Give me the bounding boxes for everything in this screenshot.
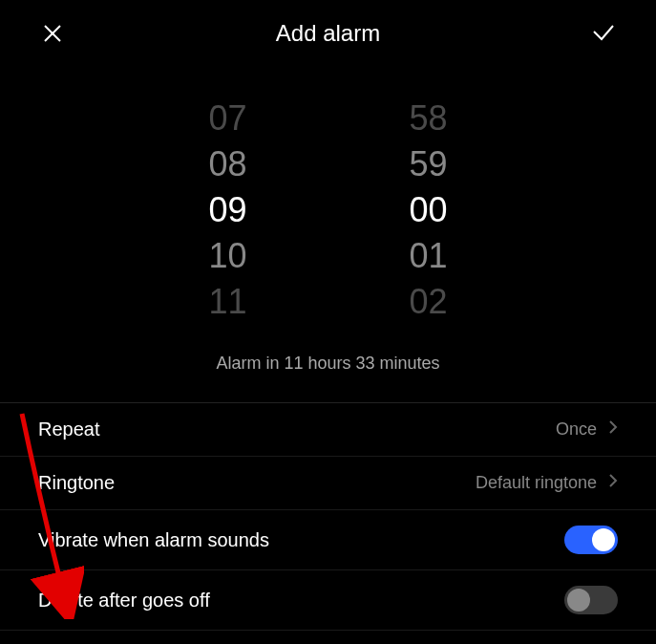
repeat-value: Once — [556, 419, 597, 440]
vibrate-label: Vibrate when alarm sounds — [38, 529, 269, 551]
ringtone-setting[interactable]: Ringtone Default ringtone — [0, 457, 656, 510]
delete-after-label: Delete after goes off — [38, 590, 210, 612]
repeat-setting[interactable]: Repeat Once — [0, 403, 656, 457]
chevron-right-icon — [608, 473, 618, 493]
time-picker[interactable]: 07 08 09 10 11 58 59 00 01 02 — [0, 67, 656, 334]
hour-option[interactable]: 10 — [208, 233, 246, 279]
delete-after-toggle[interactable] — [564, 586, 618, 614]
ringtone-value: Default ringtone — [476, 473, 597, 493]
chevron-right-icon — [608, 419, 618, 440]
hour-option[interactable]: 07 — [208, 96, 246, 141]
vibrate-setting: Vibrate when alarm sounds — [0, 510, 656, 570]
vibrate-toggle[interactable] — [564, 526, 618, 554]
minute-option[interactable]: 02 — [410, 279, 448, 325]
alarm-countdown-info: Alarm in 11 hours 33 minutes — [0, 334, 656, 402]
minute-selected[interactable]: 00 — [410, 187, 448, 233]
minute-option[interactable]: 58 — [410, 96, 448, 141]
minute-option[interactable]: 01 — [410, 233, 448, 279]
hour-option[interactable]: 11 — [208, 279, 246, 325]
page-title: Add alarm — [276, 20, 380, 47]
delete-after-setting: Delete after goes off — [0, 570, 656, 631]
label-setting: Label — [0, 631, 656, 644]
minute-picker[interactable]: 58 59 00 01 02 — [410, 96, 448, 325]
hour-option[interactable]: 08 — [208, 141, 246, 187]
hour-selected[interactable]: 09 — [208, 187, 246, 233]
repeat-label: Repeat — [38, 419, 100, 440]
hour-picker[interactable]: 07 08 09 10 11 — [208, 96, 246, 325]
ringtone-label: Ringtone — [38, 472, 115, 494]
close-icon[interactable] — [38, 19, 67, 48]
confirm-icon[interactable] — [589, 19, 618, 48]
minute-option[interactable]: 59 — [410, 141, 448, 187]
